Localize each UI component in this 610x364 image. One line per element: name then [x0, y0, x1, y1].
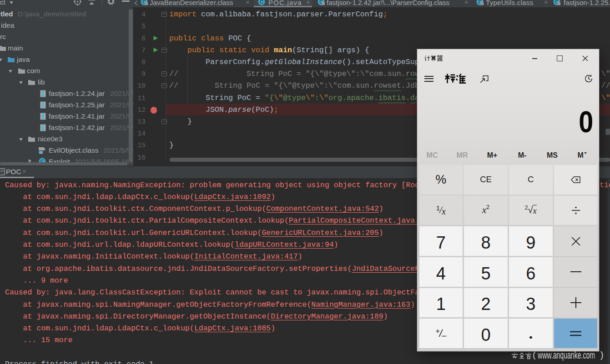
svg-text:C: C	[260, 0, 263, 5]
svg-text:01: 01	[39, 151, 43, 154]
